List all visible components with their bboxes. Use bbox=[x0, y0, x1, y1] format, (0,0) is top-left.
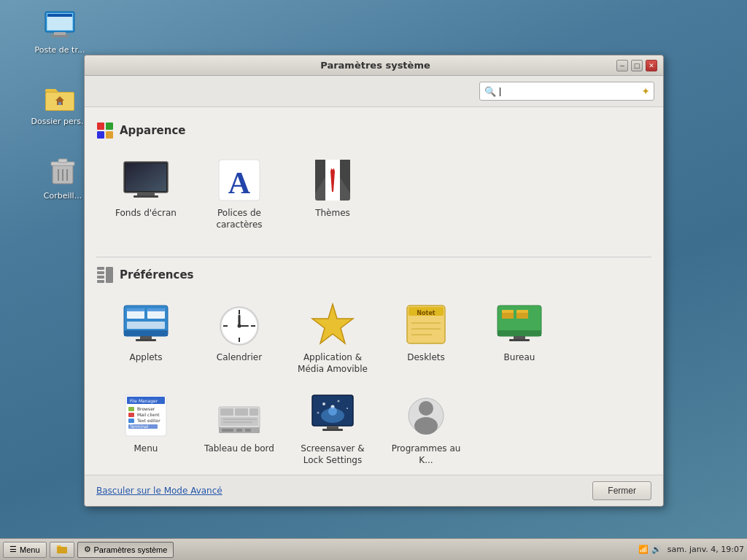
svg-rect-44 bbox=[147, 308, 165, 311]
svg-rect-13 bbox=[58, 159, 67, 163]
close-button[interactable]: ✕ bbox=[646, 60, 657, 71]
taskbar: ☰ Menu ⚙ Paramètres système 📶 🔊 sam. jan… bbox=[0, 538, 747, 560]
volume-icon: 🔊 bbox=[651, 545, 662, 554]
svg-point-105 bbox=[419, 401, 433, 416]
preferences-section-title: Préférences bbox=[120, 268, 194, 281]
svg-rect-24 bbox=[137, 192, 155, 195]
search-bar: 🔍 ✦ bbox=[85, 76, 663, 107]
svg-rect-36 bbox=[97, 276, 104, 279]
desktop-icon-dossier[interactable]: Dossier pers... bbox=[31, 79, 89, 126]
apparence-section-icon bbox=[96, 122, 114, 139]
svg-rect-77 bbox=[128, 413, 134, 417]
bureau-icon bbox=[496, 301, 543, 348]
tableau-bord-icon bbox=[216, 392, 263, 439]
themes-icon bbox=[309, 157, 356, 203]
svg-rect-107 bbox=[57, 547, 67, 553]
svg-rect-17 bbox=[97, 122, 104, 130]
taskbar-folder-button[interactable] bbox=[50, 542, 74, 558]
taskbar-settings-label: Paramètres système bbox=[94, 545, 168, 554]
preferences-icons-grid: Applets bbox=[96, 295, 651, 475]
svg-rect-75 bbox=[128, 407, 134, 411]
menu-label: Menu bbox=[134, 443, 158, 455]
svg-point-101 bbox=[328, 407, 337, 416]
themes-item[interactable]: Thèmes bbox=[289, 151, 376, 236]
tableau-bord-item[interactable]: Tableau de bord bbox=[196, 386, 283, 472]
svg-rect-46 bbox=[140, 336, 152, 339]
taskbar-menu-icon: ☰ bbox=[9, 545, 17, 554]
polices-label: Polices de caractères bbox=[201, 208, 277, 230]
calendrier-icon bbox=[216, 301, 263, 348]
svg-rect-23 bbox=[125, 163, 166, 191]
window-controls: − □ ✕ bbox=[616, 60, 657, 71]
apparence-icons-grid: Fonds d'écran A Polices de caractères bbox=[96, 151, 651, 248]
svg-point-56 bbox=[238, 324, 241, 328]
svg-point-96 bbox=[338, 400, 340, 402]
svg-rect-102 bbox=[327, 426, 338, 429]
svg-text:Notet: Notet bbox=[417, 310, 435, 316]
svg-rect-42 bbox=[127, 308, 144, 311]
poste-travail-icon bbox=[42, 7, 77, 42]
polices-icon: A bbox=[216, 157, 263, 203]
svg-text:Terminal: Terminal bbox=[129, 424, 149, 429]
svg-point-106 bbox=[414, 417, 438, 435]
svg-text:Mail client: Mail client bbox=[137, 412, 160, 417]
section-divider bbox=[96, 257, 651, 257]
taskbar-settings-button[interactable]: ⚙ Paramètres système bbox=[77, 542, 174, 558]
screensaver-item[interactable]: Screensaver & Lock Settings bbox=[289, 386, 376, 472]
window-titlebar: Paramètres système − □ ✕ bbox=[85, 55, 663, 76]
network-icon: 📶 bbox=[638, 545, 649, 554]
programmes-icon bbox=[403, 392, 449, 439]
taskbar-system-icons: 📶 🔊 bbox=[638, 545, 662, 554]
menu-item[interactable]: File Manager Browser Mail client Text ed… bbox=[102, 386, 190, 472]
search-icon: 🔍 bbox=[484, 86, 496, 97]
svg-rect-2 bbox=[54, 32, 66, 35]
application-media-item[interactable]: Application & Média Amovible bbox=[289, 295, 376, 381]
themes-label: Thèmes bbox=[315, 208, 350, 219]
svg-rect-18 bbox=[106, 122, 113, 130]
svg-rect-10 bbox=[58, 102, 61, 105]
taskbar-menu-label: Menu bbox=[20, 545, 40, 554]
svg-rect-67 bbox=[502, 310, 514, 313]
section-header-apparence: Apparence bbox=[96, 122, 651, 139]
calendrier-label: Calendrier bbox=[217, 352, 262, 364]
search-input[interactable] bbox=[479, 82, 654, 101]
svg-point-98 bbox=[317, 412, 320, 414]
applets-label: Applets bbox=[129, 352, 162, 364]
polices-item[interactable]: A Polices de caractères bbox=[196, 151, 283, 236]
svg-rect-35 bbox=[97, 271, 104, 274]
svg-rect-25 bbox=[133, 195, 158, 198]
bureau-label: Bureau bbox=[504, 352, 535, 364]
bureau-item[interactable]: Bureau bbox=[476, 295, 563, 381]
maximize-button[interactable]: □ bbox=[631, 60, 643, 71]
svg-rect-88 bbox=[220, 408, 233, 416]
taskbar-folder-icon bbox=[56, 544, 68, 556]
svg-rect-90 bbox=[249, 408, 258, 416]
programmes-item[interactable]: Programmes auK... bbox=[382, 386, 470, 472]
apparence-section-title: Apparence bbox=[120, 124, 186, 137]
svg-rect-38 bbox=[106, 267, 113, 283]
svg-rect-34 bbox=[97, 267, 104, 270]
window-footer: Basculer sur le Mode Avancé Fermer bbox=[85, 475, 663, 506]
applets-icon bbox=[123, 301, 169, 348]
minimize-button[interactable]: − bbox=[616, 60, 628, 71]
svg-rect-87 bbox=[245, 429, 251, 432]
search-clear-icon[interactable]: ✦ bbox=[641, 85, 650, 97]
taskbar-menu-button[interactable]: ☰ Menu bbox=[3, 542, 47, 558]
corbeille-icon bbox=[45, 153, 80, 188]
calendrier-item[interactable]: Calendrier bbox=[196, 295, 283, 381]
close-btn[interactable]: Fermer bbox=[592, 481, 651, 500]
advanced-mode-link[interactable]: Basculer sur le Mode Avancé bbox=[96, 486, 222, 496]
application-media-icon bbox=[309, 301, 356, 348]
desklets-item[interactable]: Notet Desklets bbox=[382, 295, 470, 381]
desklets-label: Desklets bbox=[407, 352, 445, 364]
applets-item[interactable]: Applets bbox=[102, 295, 190, 381]
svg-rect-89 bbox=[235, 408, 248, 416]
svg-rect-91 bbox=[220, 417, 258, 426]
svg-text:A: A bbox=[228, 166, 251, 200]
svg-rect-71 bbox=[509, 339, 530, 341]
svg-rect-69 bbox=[516, 310, 528, 313]
fonds-ecran-item[interactable]: Fonds d'écran bbox=[102, 151, 190, 236]
svg-text:Text editor: Text editor bbox=[136, 418, 160, 423]
desktop-icon-corbeille[interactable]: Corbeill... bbox=[34, 153, 92, 201]
desktop-icon-poste-travail[interactable]: Poste de tr... bbox=[31, 7, 89, 55]
